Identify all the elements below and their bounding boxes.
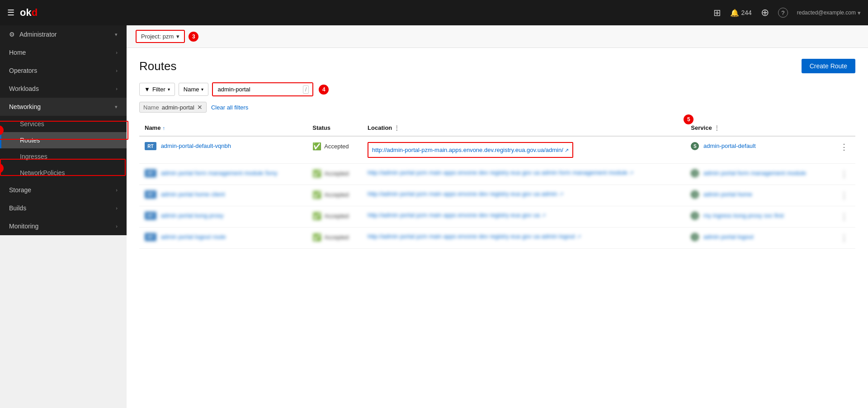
status-cell: ✅ Accepted bbox=[312, 169, 357, 178]
search-input[interactable] bbox=[213, 83, 312, 95]
status-accepted-icon: ✅ bbox=[312, 169, 321, 178]
sidebar-item-builds[interactable]: Builds › bbox=[0, 199, 127, 217]
sidebar-item-monitoring[interactable]: Monitoring › bbox=[0, 217, 127, 235]
main-content: Project: pzm ▾ 3 Routes Create Route ▼ F… bbox=[127, 25, 868, 408]
create-route-button[interactable]: Create Route bbox=[802, 59, 855, 73]
service-col-menu-icon[interactable]: ⋮ bbox=[714, 124, 720, 131]
chip-remove-button[interactable]: ✕ bbox=[197, 104, 203, 111]
row-actions-menu[interactable]: ⋮ bbox=[838, 233, 850, 242]
th-name[interactable]: Name ↑ bbox=[139, 120, 307, 136]
th-service: Service ⋮ bbox=[685, 120, 833, 136]
table-row: RT admin-portal-default-vqnbh ✅ Accepted bbox=[139, 136, 855, 164]
annotation-badge-3: 3 bbox=[189, 32, 198, 42]
chip-value: admin-portal bbox=[162, 104, 194, 111]
sidebar-storage-label: Storage bbox=[9, 186, 31, 194]
service-link[interactable]: admin portal home bbox=[703, 191, 752, 198]
hamburger-icon[interactable]: ☰ bbox=[7, 8, 14, 18]
location-link[interactable]: http://admin portal pzm main apps envone… bbox=[368, 212, 540, 218]
role-chevron-icon: ▾ bbox=[115, 32, 118, 38]
route-type-badge: RT bbox=[145, 190, 156, 199]
th-location: Location ⋮ 5 bbox=[362, 120, 685, 136]
route-type-badge: RT bbox=[145, 233, 156, 241]
sidebar-item-services[interactable]: Services bbox=[0, 116, 127, 132]
sidebar: ⚙ Administrator ▾ Home › Operators › Wor… bbox=[0, 25, 127, 235]
sidebar-role-label: Administrator bbox=[19, 31, 57, 38]
service-link[interactable]: my ingress kong proxy svc first bbox=[703, 212, 784, 219]
location-col-menu-icon[interactable]: ⋮ bbox=[394, 124, 400, 131]
sidebar-item-storage[interactable]: Storage › bbox=[0, 181, 127, 199]
okd-logo: okd bbox=[20, 7, 38, 19]
location-link[interactable]: http://admin portal pzm main apps envone… bbox=[368, 169, 627, 176]
apps-grid-icon[interactable]: ⊞ bbox=[713, 7, 721, 18]
filter-button[interactable]: ▼ Filter ▾ bbox=[139, 83, 175, 96]
sidebar-item-networking[interactable]: Networking ▾ bbox=[0, 98, 127, 116]
sidebar-builds-label: Builds bbox=[9, 204, 26, 212]
project-bar: Project: pzm ▾ 3 bbox=[127, 25, 868, 48]
route-name-link[interactable]: admin portal logout route bbox=[161, 233, 226, 240]
service-type-badge: S bbox=[691, 142, 699, 150]
monitoring-chevron-icon: › bbox=[116, 223, 118, 229]
location-cell: http://admin-portal-pzm-main.apps.envone… bbox=[362, 136, 685, 164]
location-link[interactable]: http://admin portal pzm main apps envone… bbox=[368, 233, 575, 240]
route-name-link[interactable]: admin portal form management module 5vny bbox=[161, 170, 278, 176]
name-label: Name bbox=[184, 86, 199, 93]
service-link[interactable]: admin portal form management module bbox=[703, 170, 806, 176]
filter-chevron-icon: ▾ bbox=[168, 87, 170, 92]
status-text: Accepted bbox=[324, 170, 349, 177]
sidebar-item-operators[interactable]: Operators › bbox=[0, 62, 127, 80]
sidebar-workloads-label: Workloads bbox=[9, 85, 39, 92]
status-text: Accepted bbox=[324, 234, 349, 241]
row-actions-menu[interactable]: ⋮ bbox=[838, 142, 850, 152]
service-link[interactable]: admin portal logout bbox=[703, 233, 754, 240]
status-cell: ✅ Accepted bbox=[312, 190, 357, 199]
ingresses-label: Ingresses bbox=[20, 153, 47, 160]
username-label: redacted@example.com bbox=[797, 9, 856, 16]
row-actions-menu[interactable]: ⋮ bbox=[838, 191, 850, 200]
sidebar-item-network-policies[interactable]: NetworkPolicies bbox=[0, 165, 127, 181]
networking-chevron-icon: ▾ bbox=[115, 104, 118, 110]
clear-all-filters-link[interactable]: Clear all filters bbox=[211, 104, 248, 111]
status-text: Accepted bbox=[324, 191, 349, 198]
sort-icon: ↑ bbox=[162, 125, 165, 131]
route-name-link[interactable]: admin portal kong proxy bbox=[161, 212, 224, 219]
row-actions-menu[interactable]: ⋮ bbox=[838, 212, 850, 221]
workloads-chevron-icon: › bbox=[116, 86, 118, 91]
help-icon[interactable]: ? bbox=[778, 8, 788, 18]
row-actions-menu[interactable]: ⋮ bbox=[838, 170, 850, 179]
project-selector[interactable]: Project: pzm ▾ bbox=[136, 30, 185, 43]
routes-table: Name ↑ Status Location ⋮ bbox=[139, 120, 855, 249]
filter-chips: Name admin-portal ✕ Clear all filters bbox=[139, 102, 855, 113]
status-cell: ✅ Accepted bbox=[312, 233, 357, 242]
external-link-icon: ↗ bbox=[577, 234, 581, 239]
service-type-badge: S bbox=[691, 190, 699, 199]
th-status-label: Status bbox=[312, 124, 330, 131]
sidebar-role-selector[interactable]: ⚙ Administrator ▾ bbox=[0, 25, 127, 43]
external-link-icon: ↗ bbox=[629, 170, 633, 176]
sidebar-item-workloads[interactable]: Workloads › bbox=[0, 80, 127, 98]
th-name-label: Name bbox=[145, 124, 160, 131]
notifications-bell[interactable]: 🔔 244 bbox=[730, 9, 751, 17]
location-link[interactable]: http://admin-portal-pzm-main.apps.envone… bbox=[372, 147, 563, 153]
status-accepted-icon: ✅ bbox=[312, 142, 321, 151]
search-slash-hint: / bbox=[303, 85, 309, 94]
status-accepted-icon: ✅ bbox=[312, 233, 321, 242]
route-name-link[interactable]: admin-portal-default-vqnbh bbox=[161, 142, 231, 149]
user-menu[interactable]: redacted@example.com ▾ bbox=[797, 9, 861, 16]
sidebar-item-home[interactable]: Home › bbox=[0, 43, 127, 62]
add-icon[interactable]: ⊕ bbox=[761, 7, 769, 19]
route-name-link[interactable]: admin portal home client bbox=[161, 191, 225, 198]
location-link[interactable]: http://admin portal pzm main apps envone… bbox=[368, 190, 557, 197]
table-row: RT admin portal home client ✅ Accepted h… bbox=[139, 185, 855, 206]
status-cell: ✅ Accepted bbox=[312, 142, 357, 151]
th-status: Status bbox=[307, 120, 362, 136]
annotation-badge-4: 4 bbox=[319, 85, 329, 95]
th-location-label: Location bbox=[368, 124, 392, 131]
sidebar-item-ingresses[interactable]: Ingresses bbox=[0, 148, 127, 165]
filter-name-select[interactable]: Name ▾ bbox=[179, 83, 209, 96]
sidebar-monitoring-label: Monitoring bbox=[9, 223, 38, 230]
external-link-icon: ↗ bbox=[542, 213, 546, 218]
sidebar-item-routes[interactable]: Routes bbox=[0, 132, 127, 148]
active-filter-chip: Name admin-portal ✕ bbox=[139, 102, 207, 113]
service-link[interactable]: admin-portal-default bbox=[703, 142, 756, 149]
service-type-badge: S bbox=[691, 212, 699, 220]
